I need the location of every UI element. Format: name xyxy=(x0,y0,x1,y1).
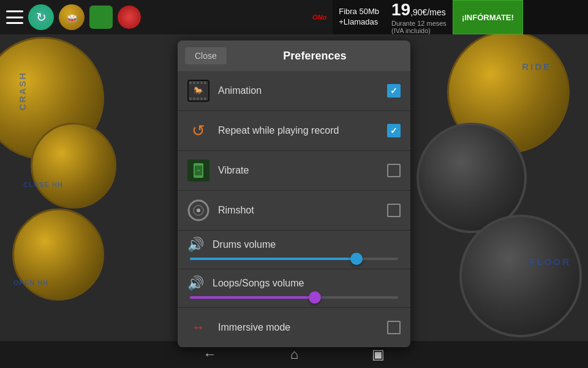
top-bar-controls: ↻ 🥁 xyxy=(6,4,141,30)
pref-item-repeat[interactable]: ↺ Repeat while playing record xyxy=(178,111,410,151)
loops-volume-fill xyxy=(190,296,315,299)
svg-rect-9 xyxy=(197,98,199,100)
pref-item-immersive[interactable]: ↔ Immersive mode xyxy=(178,308,410,347)
svg-rect-5 xyxy=(200,82,203,84)
vibrate-icon: ~ xyxy=(187,159,209,182)
dialog-title: Preferences xyxy=(227,50,403,63)
pref-item-animation[interactable]: 🐎 Animation xyxy=(178,71,410,111)
svg-rect-7 xyxy=(189,98,192,100)
vibrate-checkbox[interactable] xyxy=(387,164,401,177)
svg-rect-3 xyxy=(193,82,195,84)
svg-rect-2 xyxy=(189,82,192,84)
pref-item-vibrate[interactable]: ~ Vibrate xyxy=(178,151,410,191)
ad-tax: (IVA incluido) xyxy=(391,27,447,34)
immersive-checkbox[interactable] xyxy=(387,321,401,334)
svg-point-19 xyxy=(197,209,200,212)
dialog-overlay: Close Preferences xyxy=(0,34,588,341)
drums-speaker-icon: 🔊 xyxy=(187,237,204,253)
ad-duration: Durante 12 meses xyxy=(391,20,447,27)
drums-volume-fill xyxy=(190,258,356,260)
animation-label: Animation xyxy=(218,85,387,96)
loops-volume-header: 🔊 Loops/Songs volume xyxy=(187,275,401,291)
animation-checkbox[interactable] xyxy=(387,84,401,98)
menu-button[interactable] xyxy=(6,10,23,24)
repeat-icon: ↺ xyxy=(187,120,209,142)
svg-rect-4 xyxy=(197,82,199,84)
drums-volume-track[interactable] xyxy=(190,258,398,260)
ad-line2: +Llamadas xyxy=(339,17,379,28)
record-button[interactable]: 🥁 xyxy=(59,4,85,30)
drums-volume-thumb[interactable] xyxy=(350,253,363,265)
rimshot-icon xyxy=(187,199,209,221)
drums-volume-section: 🔊 Drums volume xyxy=(178,231,410,269)
rimshot-checkbox[interactable] xyxy=(387,204,401,217)
drums-volume-label: Drums volume xyxy=(213,239,276,250)
preferences-dialog: Close Preferences xyxy=(178,40,410,347)
ad-banner: ONo Fibra 50Mb +Llamadas 19 ,90€/mes Dur… xyxy=(306,0,588,34)
top-bar: ↻ 🥁 ONo Fibra 50Mb +Llamadas 19 ,90€/mes… xyxy=(0,0,588,34)
svg-text:🐎: 🐎 xyxy=(194,85,204,96)
immersive-icon: ↔ xyxy=(187,316,209,339)
ad-price-number: 19 xyxy=(391,0,410,20)
repeat-checkbox[interactable] xyxy=(387,124,401,137)
loops-volume-section: 🔊 Loops/Songs volume xyxy=(178,269,410,308)
ad-line1: Fibra 50Mb xyxy=(339,7,379,17)
svg-rect-10 xyxy=(200,98,203,100)
ad-price: 19 ,90€/mes Durante 12 meses (IVA inclui… xyxy=(385,0,453,34)
svg-rect-11 xyxy=(204,98,206,100)
repeat-label: Repeat while playing record xyxy=(218,125,387,136)
immersive-label: Immersive mode xyxy=(218,322,387,333)
home-button[interactable]: ⌂ xyxy=(290,347,298,362)
animation-icon: 🐎 xyxy=(187,80,209,102)
red-button[interactable] xyxy=(118,6,141,29)
ad-brand: ONo xyxy=(306,0,333,34)
loops-volume-thumb[interactable] xyxy=(309,291,321,304)
recent-apps-button[interactable]: ▣ xyxy=(372,347,385,362)
loops-speaker-icon: 🔊 xyxy=(187,275,204,291)
svg-rect-8 xyxy=(193,98,195,100)
vibrate-label: Vibrate xyxy=(218,165,387,176)
ad-cta-button[interactable]: ¡INFÓRMATE! xyxy=(453,0,523,34)
drums-volume-header: 🔊 Drums volume xyxy=(187,237,401,253)
dialog-header: Close Preferences xyxy=(178,40,410,71)
svg-text:~: ~ xyxy=(197,167,200,174)
loops-volume-label: Loops/Songs volume xyxy=(213,278,304,289)
pref-item-rimshot[interactable]: Rimshot xyxy=(178,191,410,231)
rimshot-label: Rimshot xyxy=(218,205,387,216)
loops-volume-track[interactable] xyxy=(190,296,398,299)
green-button[interactable] xyxy=(89,6,113,29)
ad-text: Fibra 50Mb +Llamadas xyxy=(333,7,385,28)
back-button[interactable]: ← xyxy=(203,347,217,362)
ad-price-cents: ,90€/mes xyxy=(410,7,446,17)
close-button[interactable]: Close xyxy=(185,47,227,64)
svg-rect-6 xyxy=(204,82,206,84)
refresh-button[interactable]: ↻ xyxy=(28,4,54,30)
